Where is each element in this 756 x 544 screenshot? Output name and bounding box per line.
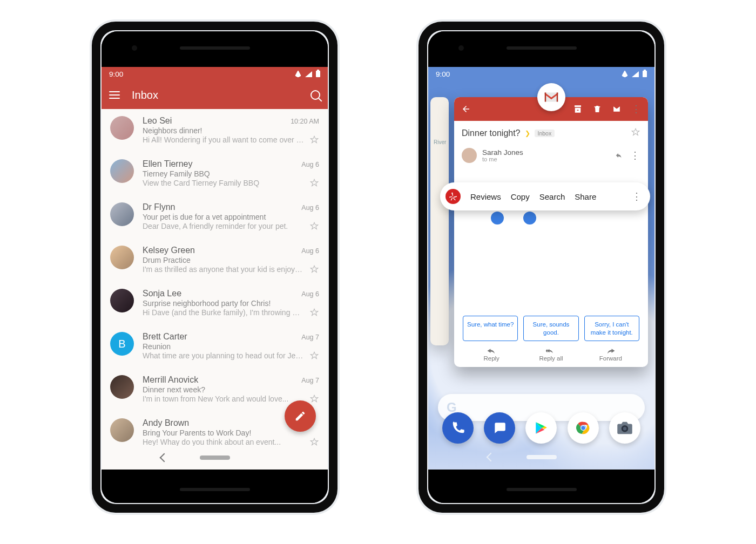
sender-avatar bbox=[110, 375, 134, 399]
email-snippet: Hi Dave (and the Burke family), I'm thro… bbox=[143, 308, 304, 317]
overflow-menu-icon[interactable]: ⋮ bbox=[630, 150, 640, 161]
speaker-grille-top bbox=[180, 46, 250, 50]
archive-icon[interactable] bbox=[572, 104, 583, 114]
toolbar-reviews[interactable]: Reviews bbox=[470, 192, 501, 201]
speaker-grille-bottom bbox=[180, 488, 250, 491]
smart-reply-chip[interactable]: Sorry, I can't make it tonight. bbox=[584, 316, 639, 341]
email-time: 10:20 AM bbox=[291, 118, 319, 125]
selection-handle-start[interactable] bbox=[491, 212, 504, 225]
email-row[interactable]: Kelsey GreenAug 6Drum PracticeI'm as thr… bbox=[102, 239, 328, 282]
nav-back-icon[interactable] bbox=[486, 453, 495, 462]
status-time: 9:00 bbox=[109, 70, 123, 78]
delete-icon[interactable] bbox=[592, 104, 603, 114]
recents-card-gmail[interactable]: ⋮ Dinner tonight? ❯ Inbox bbox=[454, 97, 648, 367]
sender-name: Sonja Lee bbox=[143, 289, 301, 298]
sender-name: Ellen Tierney bbox=[143, 159, 301, 169]
star-icon[interactable] bbox=[309, 221, 319, 231]
mail-icon[interactable] bbox=[611, 104, 622, 114]
sender-avatar bbox=[110, 202, 134, 226]
email-time: Aug 6 bbox=[301, 290, 319, 298]
email-subject-row: Dinner tonight? ❯ Inbox bbox=[462, 127, 640, 139]
dock-phone-icon[interactable] bbox=[442, 412, 474, 444]
front-camera-dot bbox=[132, 45, 137, 51]
email-row[interactable]: BBrett CarterAug 7ReunionWhat time are y… bbox=[102, 325, 328, 368]
sender-avatar bbox=[110, 116, 134, 140]
email-from-row[interactable]: Sarah Jones to me ⋮ bbox=[462, 148, 640, 163]
reply-action[interactable]: Reply bbox=[462, 348, 521, 362]
sender-name: Kelsey Green bbox=[143, 246, 301, 255]
sender-avatar bbox=[110, 246, 134, 269]
star-icon[interactable] bbox=[309, 437, 319, 446]
sender-avatar: B bbox=[110, 332, 134, 356]
back-arrow-icon[interactable] bbox=[461, 104, 471, 114]
speaker-grille-top bbox=[507, 46, 577, 50]
email-snippet: Dear Dave, A friendly reminder for your … bbox=[143, 222, 304, 230]
toolbar-search[interactable]: Search bbox=[539, 192, 565, 201]
email-time: Aug 6 bbox=[301, 161, 319, 168]
toolbar-share[interactable]: Share bbox=[575, 192, 596, 201]
smart-reply-chip[interactable]: Sure, sounds good. bbox=[523, 316, 578, 341]
toolbar-copy[interactable]: Copy bbox=[511, 192, 530, 201]
email-snippet: I'm as thrilled as anyone that your kid … bbox=[143, 265, 304, 274]
gmail-app-bar: Inbox bbox=[102, 81, 328, 109]
star-icon[interactable] bbox=[309, 264, 319, 274]
email-time: Aug 7 bbox=[301, 334, 319, 341]
forward-action[interactable]: Forward bbox=[581, 348, 640, 362]
email-snippet: View the Card Tierney Family BBQ bbox=[143, 179, 304, 187]
dock-chrome-icon[interactable] bbox=[568, 412, 599, 444]
email-subject: Neighbors dinner! bbox=[143, 126, 319, 135]
reply-all-action[interactable]: Reply all bbox=[521, 348, 580, 362]
reply-icon[interactable] bbox=[613, 150, 624, 161]
compose-fab[interactable] bbox=[285, 400, 316, 432]
battery-icon bbox=[316, 71, 320, 77]
nav-home-pill[interactable] bbox=[526, 455, 557, 459]
recipient-label: to me bbox=[482, 156, 523, 162]
star-icon[interactable] bbox=[309, 394, 319, 404]
status-bar: 9:00 bbox=[428, 67, 654, 81]
star-icon[interactable] bbox=[309, 308, 319, 317]
star-icon[interactable] bbox=[631, 127, 640, 139]
email-row[interactable]: Dr FlynnAug 6Your pet is due for a vet a… bbox=[102, 195, 328, 239]
email-subject: Tierney Family BBQ bbox=[143, 169, 319, 178]
selection-handle-end[interactable] bbox=[523, 212, 536, 225]
email-actions-row: Reply Reply all Forward bbox=[462, 348, 640, 362]
overflow-menu-icon[interactable]: ⋮ bbox=[631, 104, 642, 114]
email-list[interactable]: Leo Sei10:20 AMNeighbors dinner!Hi All! … bbox=[102, 109, 328, 446]
nav-back-icon[interactable] bbox=[159, 453, 168, 463]
search-icon[interactable] bbox=[310, 90, 320, 100]
svg-point-4 bbox=[623, 427, 627, 431]
appbar-title: Inbox bbox=[132, 89, 158, 101]
inbox-label-chip[interactable]: Inbox bbox=[535, 130, 555, 137]
cell-signal-icon bbox=[632, 71, 639, 77]
smart-reply-row: Sure, what time? Sure, sounds good. Sorr… bbox=[462, 316, 640, 341]
star-icon[interactable] bbox=[309, 135, 319, 145]
wifi-icon bbox=[621, 71, 629, 77]
email-snippet: Hey! Whay do you think about an event... bbox=[143, 438, 304, 446]
star-icon[interactable] bbox=[309, 178, 319, 188]
home-dock bbox=[428, 412, 654, 444]
email-row[interactable]: Sonja LeeAug 6Surprise neighborhood part… bbox=[102, 282, 328, 325]
gmail-app-icon[interactable] bbox=[537, 83, 565, 111]
email-snippet: Hi All! Wondering if you all want to com… bbox=[143, 135, 304, 144]
email-subject: Drum Practice bbox=[143, 256, 319, 264]
dock-play-store-icon[interactable] bbox=[525, 412, 557, 444]
dock-camera-icon[interactable] bbox=[609, 412, 640, 444]
sender-avatar bbox=[110, 289, 134, 312]
email-row[interactable]: Leo Sei10:20 AMNeighbors dinner!Hi All! … bbox=[102, 109, 328, 152]
sender-name: Merrill Anovick bbox=[143, 375, 301, 385]
sender-name: Brett Carter bbox=[143, 332, 301, 342]
email-snippet: I'm in town from New York and would love… bbox=[143, 395, 304, 403]
system-nav-bar bbox=[102, 446, 328, 470]
hamburger-menu-icon[interactable] bbox=[109, 91, 120, 99]
email-row[interactable]: Ellen TierneyAug 6Tierney Family BBQView… bbox=[102, 152, 328, 195]
dock-messages-icon[interactable] bbox=[484, 412, 515, 444]
battery-icon bbox=[643, 71, 647, 77]
nav-home-pill[interactable] bbox=[200, 455, 230, 460]
smart-reply-chip[interactable]: Sure, what time? bbox=[463, 316, 518, 341]
pencil-icon bbox=[294, 410, 306, 422]
recents-card-maps-peek[interactable] bbox=[430, 97, 449, 345]
star-icon[interactable] bbox=[309, 351, 319, 361]
overflow-menu-icon[interactable]: ⋮ bbox=[632, 193, 642, 200]
email-time: Aug 6 bbox=[301, 204, 319, 212]
email-time: Aug 6 bbox=[301, 247, 319, 255]
